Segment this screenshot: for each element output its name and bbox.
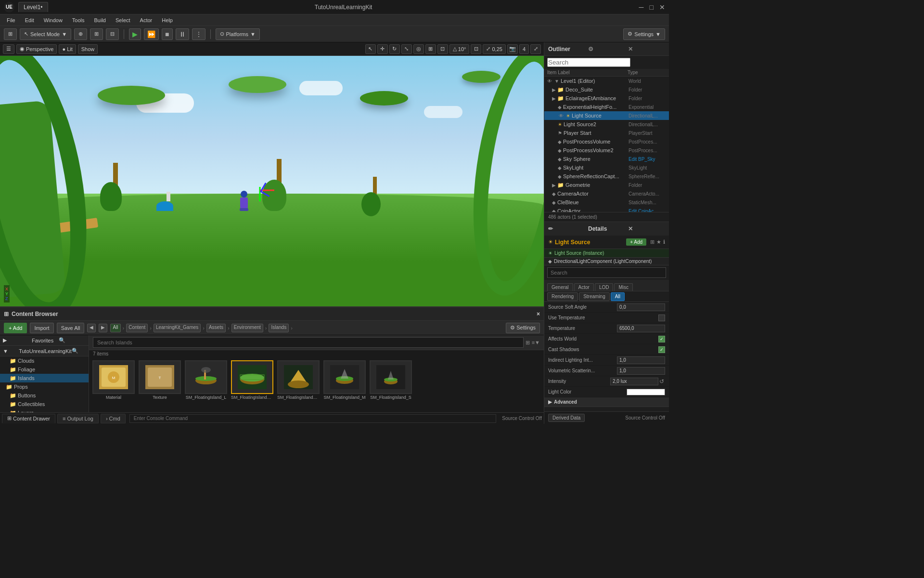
- folder-props[interactable]: 📁 Props: [0, 382, 89, 391]
- cb-search-input[interactable]: [93, 337, 524, 348]
- close-btn[interactable]: ✕: [659, 3, 665, 11]
- menu-edit[interactable]: Edit: [21, 16, 38, 24]
- cb-save-all-btn[interactable]: Save All: [57, 323, 85, 333]
- outliner-camera[interactable]: ◆ CameraActor CameraActo...: [544, 189, 669, 198]
- subtab-streaming[interactable]: Streaming: [579, 292, 610, 301]
- menu-tools[interactable]: Tools: [68, 16, 89, 24]
- asset-texture[interactable]: T Texture: [138, 360, 181, 400]
- folder-levers[interactable]: 📁 Levers: [0, 408, 89, 412]
- details-add-btn[interactable]: + Add: [626, 238, 646, 246]
- details-search-input[interactable]: [547, 267, 666, 278]
- cb-path-learningkit[interactable]: LearningKit_Games: [154, 324, 201, 332]
- prop-value-temp[interactable]: 6500,0: [617, 325, 665, 332]
- minimize-btn[interactable]: ─: [639, 3, 644, 11]
- eye-icon-light[interactable]: 👁: [558, 113, 565, 118]
- menu-window[interactable]: Window: [40, 16, 66, 24]
- coord-btn[interactable]: ⊞: [425, 44, 436, 54]
- prop-check-cs[interactable]: ✓: [658, 346, 665, 353]
- cb-nav-fwd-btn[interactable]: ▶: [99, 324, 107, 332]
- snap-scale-btn[interactable]: ⤢ 0,25: [483, 44, 505, 54]
- asset-island-s[interactable]: SM_FloatingIsland_S: [369, 360, 412, 400]
- tuto-header[interactable]: ▼ TutoUnrealLearningKit 🔍: [0, 346, 89, 356]
- tuto-search-icon[interactable]: 🔍: [72, 348, 86, 354]
- prop-check-ut[interactable]: [658, 315, 665, 321]
- grid-btn[interactable]: ⊡: [437, 44, 448, 54]
- cb-filter-btn[interactable]: ⊞: [526, 340, 530, 346]
- maximize-viewport-btn[interactable]: ⤢: [530, 44, 541, 54]
- maximize-btn[interactable]: □: [650, 3, 654, 11]
- folder-collectibles[interactable]: 📁 Collectibles: [0, 400, 89, 408]
- content-drawer-tab[interactable]: ⊞ Content Drawer: [2, 414, 55, 423]
- folder-islands[interactable]: 📁 Islands: [0, 374, 89, 382]
- outliner-level1[interactable]: 👁 ▼ Level1 (Editor) World: [544, 77, 669, 85]
- favorites-header[interactable]: ▶ Favorites 🔍: [0, 335, 89, 346]
- asset-material[interactable]: M Material: [92, 360, 135, 400]
- pause-btn[interactable]: ⏸: [176, 28, 189, 40]
- prop-check-aw[interactable]: ✓: [658, 336, 665, 342]
- outliner-coinactor[interactable]: ◆ CoinActor Edit CoinAc...: [544, 207, 669, 212]
- outliner-deco[interactable]: ▶ 📁 Deco_Suite Folder: [544, 85, 669, 94]
- extra-btn[interactable]: ⊟: [106, 28, 119, 40]
- lit-btn[interactable]: ● Lit: [59, 44, 76, 54]
- details-grid-icon[interactable]: ⊞: [650, 239, 654, 245]
- details-tab-general[interactable]: General: [547, 283, 573, 291]
- details-info-icon[interactable]: ℹ: [663, 239, 665, 245]
- outliner-light-source[interactable]: 👁 ☀ Light Source DirectionalL...: [544, 111, 669, 120]
- cb-path-all[interactable]: All: [110, 324, 120, 332]
- prop-value-intensity[interactable]: 2,0 lux: [610, 378, 658, 385]
- prop-value-vs[interactable]: 1,0: [617, 367, 665, 375]
- folder-buttons[interactable]: 📁 Buttons: [0, 391, 89, 400]
- output-log-tab[interactable]: ≡ Output Log: [57, 414, 99, 423]
- subtab-rendering[interactable]: Rendering: [547, 292, 578, 301]
- perspective-btn[interactable]: ◉ Perspective: [16, 44, 57, 54]
- asset-island-l[interactable]: SM_FloatingIsland_L: [184, 360, 228, 400]
- select-mode-btn[interactable]: ↖ Select Mode ▼: [20, 28, 71, 40]
- stop-btn[interactable]: ■: [162, 28, 172, 40]
- asset-island-m[interactable]: SM_FloatingIsland_M: [323, 360, 366, 400]
- asset-island-grass[interactable]: SM_FloatingIsland_L_Grass: [231, 360, 274, 400]
- settings-btn[interactable]: ⚙ Settings ▼: [623, 28, 665, 40]
- play-btn[interactable]: ▶: [129, 28, 141, 40]
- layout-btn[interactable]: ⊞: [4, 28, 17, 40]
- grid-angle-btn[interactable]: △ 10°: [449, 44, 470, 54]
- prop-color-lc[interactable]: [627, 389, 665, 395]
- menu-file[interactable]: File: [3, 16, 19, 24]
- snap-surface-btn[interactable]: ⊡: [471, 44, 481, 54]
- snap-btn[interactable]: ⊞: [90, 28, 103, 40]
- hamburger-btn[interactable]: ☰: [3, 44, 14, 54]
- menu-help[interactable]: Help: [158, 16, 177, 24]
- content-browser-close-btn[interactable]: ×: [537, 311, 540, 317]
- prop-value-ili[interactable]: 1,0: [617, 356, 665, 364]
- cb-sort-btn[interactable]: ≡▼: [532, 340, 540, 345]
- console-command-input[interactable]: [129, 414, 497, 423]
- platforms-btn[interactable]: ⊙ Platforms ▼: [216, 28, 260, 40]
- more-btn[interactable]: ⋮: [192, 28, 205, 40]
- outliner-ppv2[interactable]: ◆ PostProcessVolume2 PostProces...: [544, 146, 669, 155]
- transform-btn[interactable]: ⊕: [74, 28, 87, 40]
- viewport-canvas[interactable]: X Y Z: [0, 56, 544, 306]
- level-tab[interactable]: Level1•: [18, 2, 48, 12]
- details-close-btn[interactable]: ✕: [628, 225, 665, 232]
- camera-icon-btn[interactable]: 📷: [507, 44, 518, 54]
- outliner-clebleue[interactable]: ◆ CleBleue StaticMesh...: [544, 198, 669, 207]
- cb-nav-back-btn[interactable]: ◀: [87, 324, 96, 332]
- outliner-close-icon[interactable]: ✕: [628, 46, 665, 53]
- asset-island-island[interactable]: SM_FloatingIsland_L_Island: [277, 360, 320, 400]
- step-btn[interactable]: ⏩: [144, 28, 159, 40]
- menu-build[interactable]: Build: [90, 16, 110, 24]
- cursor-tool-btn[interactable]: ↖: [365, 44, 376, 54]
- folder-clouds[interactable]: 📁 Clouds: [0, 356, 89, 365]
- folder-foliage[interactable]: 📁 Foliage: [0, 365, 89, 374]
- details-star-icon[interactable]: ★: [656, 239, 661, 245]
- outliner-search-input[interactable]: [547, 58, 630, 67]
- camera-count-btn[interactable]: 4: [519, 44, 529, 54]
- cb-import-btn[interactable]: Import: [30, 323, 53, 333]
- cmd-tab[interactable]: › Cmd: [101, 414, 126, 423]
- rotate-tool-btn[interactable]: ↻: [389, 44, 400, 54]
- show-btn[interactable]: Show: [78, 44, 98, 54]
- subtab-all[interactable]: All: [611, 292, 625, 301]
- favorites-search-icon[interactable]: 🔍: [59, 337, 86, 343]
- outliner-eclairage[interactable]: ▶ 📁 EclairageEtAmbiance Folder: [544, 94, 669, 103]
- details-tab-misc[interactable]: Misc: [614, 283, 633, 291]
- outliner-geometrie[interactable]: ▶ 📁 Geometrie Folder: [544, 181, 669, 189]
